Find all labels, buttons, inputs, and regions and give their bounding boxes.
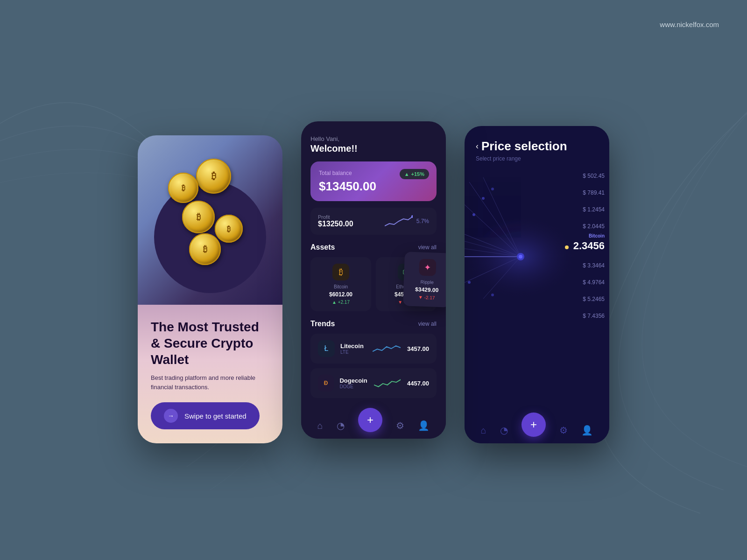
trend-litecoin[interactable]: Ł Litecoin LTE 3457.00 — [310, 334, 437, 364]
nav3-home[interactable]: ⌂ — [481, 425, 486, 436]
asset-card-xrp[interactable]: ✦ Ripple $3429.00 ▼ -2.17 — [403, 252, 446, 307]
doge-name: Dogecoin — [339, 377, 367, 384]
price-item-5-selected[interactable]: Bitcoin 2.3456 — [565, 240, 605, 252]
greeting-large: Welcome!! — [310, 143, 437, 154]
nav3-chart[interactable]: ◔ — [500, 425, 508, 436]
doge-price: 4457.00 — [407, 380, 429, 387]
price-sel-title: Price selection — [481, 139, 567, 154]
price-selection-navbar: ⌂ ◔ + ⚙ 👤 — [465, 417, 609, 443]
phone-dashboard: Hello Vani, Welcome!! Total balance $134… — [301, 121, 446, 439]
xrp-change: ▼ -2.17 — [409, 294, 444, 301]
balance-amount: $13450.00 — [319, 179, 428, 194]
xrp-price: $3429.00 — [409, 286, 444, 294]
asset-card-btc[interactable]: ₿ Bitcoin $6012.00 ▲ +2.17 — [310, 257, 371, 311]
nav-profile[interactable]: 👤 — [418, 420, 430, 431]
price-item-2[interactable]: $ 789.41 — [565, 189, 605, 196]
xrp-name: Ripple — [409, 279, 445, 286]
profit-chart — [385, 214, 413, 228]
phone-1-header: ₿ ₿ ₿ ₿ ₿ — [138, 135, 282, 305]
ltc-ticker: LTE — [340, 350, 366, 355]
coin-1: ₿ — [196, 159, 231, 194]
price-item-3[interactable]: $ 1.2454 — [565, 206, 605, 213]
coin-3: ₿ — [182, 201, 215, 233]
coin-2: ₿ — [168, 173, 198, 203]
profit-label: Profit — [318, 214, 353, 220]
selected-price: 2.3456 — [573, 240, 605, 252]
trends-title: Trends — [310, 320, 335, 328]
price-sel-subtitle: Select price range — [476, 155, 598, 162]
profit-row: Profit $13250.00 5.7% — [310, 208, 437, 235]
assets-row: ₿ Bitcoin $6012.00 ▲ +2.17 ⬡ Ethereum $4… — [310, 257, 437, 311]
trends-view-all[interactable]: view all — [418, 321, 437, 327]
doge-chart — [374, 377, 401, 390]
price-list: $ 502.45 $ 789.41 $ 1.2454 $ 2.0445 Bitc… — [565, 173, 605, 319]
back-arrow-icon: ‹ — [476, 141, 479, 151]
btc-price: $6012.00 — [316, 291, 366, 298]
assets-view-all[interactable]: view all — [418, 244, 437, 251]
xrp-icon: ✦ — [419, 259, 436, 276]
trends-header: Trends view all — [310, 320, 437, 328]
dashboard-content: Hello Vani, Welcome!! Total balance $134… — [301, 121, 446, 413]
nav-home[interactable]: ⌂ — [317, 420, 323, 431]
dashboard-navbar: ⌂ ◔ + ⚙ 👤 — [301, 413, 446, 439]
price-item-1[interactable]: $ 502.45 — [565, 173, 605, 179]
onboarding-title: The Most Trusted & Secure Crypto Wallet — [151, 319, 269, 368]
swipe-label: Swipe to get started — [184, 412, 247, 420]
coin-4: ₿ — [215, 215, 243, 243]
phone-onboarding: ₿ ₿ ₿ ₿ ₿ The Most Trusted & Secure Cryp… — [138, 135, 282, 443]
price-item-6[interactable]: $ 3.3464 — [565, 262, 605, 269]
price-item-7[interactable]: $ 4.9764 — [565, 279, 605, 286]
svg-point-12 — [482, 197, 485, 200]
trend-dogecoin[interactable]: Ð Dogecoin DOGE 4457.00 — [310, 368, 437, 398]
btc-icon: ₿ — [332, 264, 349, 280]
ltc-name: Litecoin — [340, 343, 366, 350]
svg-point-16 — [468, 281, 471, 284]
greeting-small: Hello Vani, — [310, 135, 437, 142]
price-dot — [565, 245, 569, 249]
ltc-chart — [373, 342, 401, 355]
svg-point-13 — [491, 188, 494, 190]
doge-ticker: DOGE — [339, 384, 367, 389]
balance-badge: ▲ +15% — [400, 169, 429, 179]
profit-amount: $13250.00 — [318, 220, 353, 228]
ltc-icon: Ł — [318, 340, 335, 357]
price-selection-content: ‹ Price selection Select price range — [465, 126, 609, 417]
swipe-arrow-icon: → — [164, 409, 178, 423]
bitcoin-label: Bitcoin — [589, 233, 605, 238]
balance-card: Total balance $13450.00 ▲ +15% — [310, 161, 437, 201]
phone-price-selection: ‹ Price selection Select price range — [465, 126, 609, 443]
nav3-profile[interactable]: 👤 — [581, 425, 593, 436]
coins-group: ₿ ₿ ₿ ₿ ₿ — [159, 154, 252, 257]
phone-1-content: The Most Trusted & Secure Crypto Wallet … — [138, 305, 282, 443]
nav-plus-button[interactable]: + — [358, 408, 382, 432]
swipe-button[interactable]: → Swipe to get started — [151, 402, 260, 429]
btc-change: ▲ +2.17 — [316, 300, 366, 305]
price-item-8[interactable]: $ 5.2465 — [565, 296, 605, 302]
assets-title: Assets — [310, 243, 335, 252]
svg-point-11 — [472, 213, 475, 216]
nav3-settings[interactable]: ⚙ — [559, 425, 568, 436]
nav-chart[interactable]: ◔ — [337, 420, 345, 431]
btc-name: Bitcoin — [316, 284, 366, 289]
doge-icon: Ð — [318, 375, 334, 392]
coin-5: ₿ — [189, 233, 221, 265]
phones-container: ₿ ₿ ₿ ₿ ₿ The Most Trusted & Secure Cryp… — [138, 117, 609, 443]
svg-point-20 — [519, 255, 522, 259]
assets-header: Assets view all — [310, 243, 437, 252]
website-url: www.nickelfox.com — [660, 21, 719, 28]
onboarding-subtitle: Best trading platform and more reliable … — [151, 373, 269, 392]
ltc-info: Litecoin LTE — [340, 343, 366, 355]
price-item-4[interactable]: $ 2.0445 — [565, 223, 605, 230]
ltc-price: 3457.00 — [407, 345, 429, 352]
back-button[interactable]: ‹ Price selection — [476, 139, 598, 154]
profit-percentage: 5.7% — [416, 218, 429, 224]
price-item-9[interactable]: $ 7.4356 — [565, 313, 605, 319]
doge-info: Dogecoin DOGE — [339, 377, 367, 389]
nav-settings[interactable]: ⚙ — [396, 420, 404, 431]
svg-point-17 — [491, 294, 494, 296]
radial-visualization — [465, 173, 577, 303]
